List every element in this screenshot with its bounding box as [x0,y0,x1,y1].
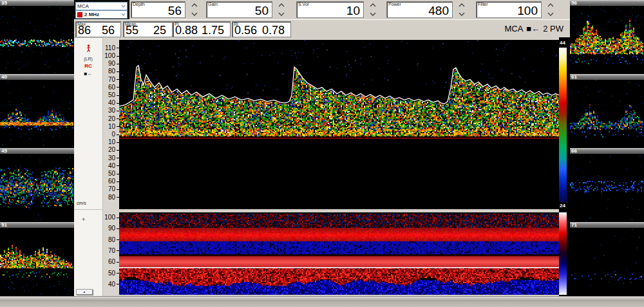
thumbnail-spectrum-canvas[interactable] [0,228,73,296]
y-axis-tick: 40 [103,163,119,169]
y-axis-tick: 60 [103,259,119,265]
spectral-display[interactable] [119,40,559,209]
thumbnail-depth-40[interactable]: 40 [0,74,74,148]
thumbnail-depth-71[interactable]: 71 [570,222,644,296]
y-axis-tick: 60 [103,84,119,91]
chevron-down-icon [191,12,198,16]
ri-value-1: 0.56 [234,24,257,37]
mmode-colorbar-strip [559,212,567,295]
chevron-up-icon [278,3,285,7]
spectral-section: (LR) RC ■← cm/s 110100908070605040302010… [74,37,570,209]
thumbnail-spectrum-canvas[interactable] [570,228,643,296]
y-axis-tick: 10 [103,124,119,130]
sample-volume-label: S.Vol [298,2,308,6]
spectral-colorbar: 44 24 [559,37,570,209]
flow-direction-icon: ■← [84,71,93,77]
gain-value: 50 [255,4,269,17]
rc-label: RC [84,63,92,69]
chevron-down-icon [278,12,285,16]
y-axis-tick: 70 [103,77,119,83]
pi-field: PI 0.88 1.75 [173,21,231,37]
power-stepper[interactable] [455,2,468,17]
thumbnail-spectrum-canvas[interactable] [0,154,73,222]
y-axis-tick: 40 [103,100,119,106]
gain-stepper[interactable] [275,2,288,17]
y-axis-tick: 50 [103,171,119,177]
left-depth-thumbnails: 35 40 45 51 [0,0,74,296]
mmode-dot-button[interactable]: • [76,289,93,295]
y-axis-tick: 100 [103,214,119,221]
y-axis-tick: 20 [103,147,119,153]
y-axis-tick: 70 [103,186,119,192]
mean-velocity-field: Mean 55 25 [123,21,173,37]
thumbnail-depth-label: 61 [570,74,644,80]
chevron-up-icon [547,3,554,7]
colorbar-max-label: 44 [560,40,569,46]
thumbnail-depth-35[interactable]: 35 [0,0,74,74]
thumbnail-depth-label: 51 [0,222,74,228]
y-axis-tick: 0 [103,131,119,138]
thumbnail-spectrum-canvas[interactable] [570,154,643,222]
chevron-up-icon [370,3,376,7]
toolbar-row-controls: MCA 2 MHz Depth 56 [74,0,570,19]
frequency-select[interactable]: 2 MHz [75,10,128,19]
depth-stepper[interactable] [188,2,201,17]
toolbar: MCA 2 MHz Depth 56 [74,0,570,37]
y-axis-tick: 90 [103,225,119,232]
colorbar-min-label: 24 [560,203,569,209]
y-axis-tick: 90 [103,60,119,67]
probe-mode: 2 PW [543,24,564,33]
thumbnail-spectrum-canvas[interactable] [0,6,73,74]
thumbnail-spectrum-canvas[interactable] [570,6,643,74]
power-value: 480 [428,4,449,17]
thumbnail-depth-label: 35 [0,0,74,6]
probe-status-label: MCA ■← 2 PW [504,24,564,33]
probe-person-icon [86,43,91,55]
chevron-up-icon [191,3,198,7]
spectral-side-panel: (LR) RC ■← cm/s [74,37,103,209]
pi-value-1: 0.88 [175,24,198,37]
ri-value-2: 0.78 [262,24,285,37]
thumbnail-depth-label: 56 [570,0,644,6]
artery-select[interactable]: MCA [75,2,128,10]
mean-value-2: 25 [153,24,166,37]
y-axis-tick: 80 [103,237,119,243]
y-axis-tick: 30 [103,155,119,162]
thumbnail-depth-45[interactable]: 45 [0,148,74,222]
plus-marker: + [82,216,85,223]
gain-label: Gain [208,2,218,6]
thumbnail-depth-66[interactable]: 66 [570,148,644,222]
probe-artery: MCA [504,24,523,33]
chevron-down-icon [547,12,554,16]
mmode-display[interactable] [119,212,559,295]
thumbnail-depth-56[interactable]: 56 [570,0,644,74]
thumbnail-depth-61[interactable]: 61 [570,74,644,148]
artery-select-value: MCA [77,3,119,9]
y-axis-tick: 50 [103,92,119,98]
probe-direction-icon: ■← [526,24,540,33]
velocity-unit-label: cm/s [77,201,86,205]
thumbnail-depth-label: 45 [0,148,74,154]
gain-field: Gain 50 [206,1,272,18]
y-axis-tick: 80 [103,68,119,75]
ri-field: RI 0.56 0.78 [232,21,291,37]
thumbnail-spectrum-canvas[interactable] [0,80,73,148]
chevron-down-icon [370,12,376,16]
chevron-down-icon [121,13,126,17]
depth-field: Depth 56 [131,1,185,18]
chevron-down-icon [121,5,126,8]
thumbnail-depth-51[interactable]: 51 [0,222,74,296]
tcd-application-window: 35 40 45 51 MCA [0,0,644,307]
power-field: Power 480 [386,1,453,18]
lr-label: (LR) [84,57,93,61]
y-axis-tick: 20 [103,116,119,122]
mmode-colorbar [559,209,570,296]
sample-volume-stepper[interactable] [366,2,379,17]
thumbnail-depth-label: 66 [570,148,644,154]
sample-volume-value: 10 [346,4,360,17]
thumbnail-spectrum-canvas[interactable] [570,80,643,148]
depth-label: Depth [133,2,145,6]
filter-stepper[interactable] [544,2,557,17]
spectral-y-axis: 1101009080706050403020100102030405060708… [103,37,119,209]
max-value-1: 86 [78,24,91,37]
